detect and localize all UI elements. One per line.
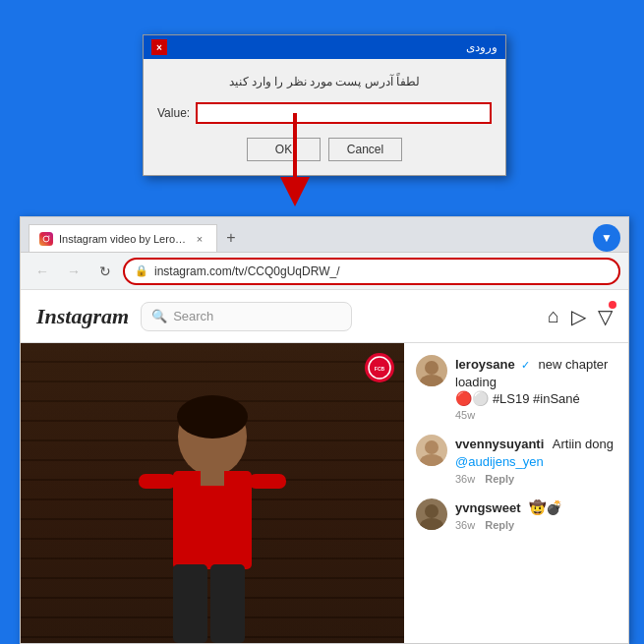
svg-point-4 bbox=[48, 235, 49, 236]
dialog-buttons: OK Cancel bbox=[157, 138, 492, 165]
instagram-main: FCB leroysa bbox=[21, 343, 628, 643]
comment-item: leroysane ✓ new chapter loading 🔴⚪ #LS19… bbox=[416, 355, 616, 421]
dialog-value-label: Value: bbox=[157, 106, 190, 120]
comment-meta: 36w Reply bbox=[455, 473, 616, 485]
svg-point-17 bbox=[425, 440, 439, 454]
home-icon[interactable]: ⌂ bbox=[548, 305, 559, 327]
dialog-message: لطفاً آدرس پست مورد نظر را وارد کنید bbox=[157, 75, 492, 88]
refresh-button[interactable]: ↻ bbox=[91, 258, 119, 285]
comment-header: vvennysuyanti Artiin dong bbox=[455, 435, 616, 452]
svg-point-15 bbox=[425, 361, 439, 375]
svg-point-18 bbox=[420, 454, 443, 466]
comments-sidebar: leroysane ✓ new chapter loading 🔴⚪ #LS19… bbox=[404, 343, 628, 643]
dialog-input-field[interactable] bbox=[196, 102, 492, 124]
svg-rect-12 bbox=[210, 564, 245, 643]
dialog-ok-button[interactable]: OK bbox=[247, 138, 321, 161]
svg-point-16 bbox=[420, 375, 443, 386]
svg-rect-8 bbox=[201, 466, 224, 486]
comment-meta: 36w Reply bbox=[455, 519, 616, 531]
svg-rect-10 bbox=[249, 474, 286, 489]
comment-text: Artiin dong bbox=[553, 437, 614, 451]
tab-favicon-icon bbox=[39, 232, 53, 246]
svg-point-19 bbox=[425, 504, 439, 518]
video-area[interactable]: FCB bbox=[21, 343, 404, 643]
svg-text:FCB: FCB bbox=[375, 366, 385, 372]
lock-icon: 🔒 bbox=[135, 264, 148, 277]
dialog-close-button[interactable]: × bbox=[151, 39, 167, 55]
new-tab-button[interactable]: + bbox=[217, 224, 245, 252]
comment-link: @audijens_yen bbox=[455, 452, 616, 470]
reply-button[interactable]: Reply bbox=[485, 473, 514, 485]
comment-time: 36w bbox=[455, 519, 475, 531]
active-tab[interactable]: Instagram video by Leroy Sané • × bbox=[29, 224, 217, 252]
svg-point-20 bbox=[420, 518, 443, 530]
tab-title: Instagram video by Leroy Sané • bbox=[59, 233, 187, 245]
search-box[interactable]: 🔍 Search bbox=[141, 302, 352, 331]
comment-header: leroysane ✓ new chapter loading bbox=[455, 355, 616, 390]
comment-time: 36w bbox=[455, 473, 475, 485]
filter-icon[interactable]: ▽ bbox=[598, 305, 613, 328]
dialog-body: لطفاً آدرس پست مورد نظر را وارد کنید Val… bbox=[144, 59, 505, 175]
browser-window: Instagram video by Leroy Sané • × + ▼ ← … bbox=[20, 216, 629, 644]
chevron-down-icon: ▼ bbox=[601, 231, 613, 245]
browser-toolbar: ← → ↻ 🔒 instagram.com/tv/CCQ0gUqDRW_/ bbox=[21, 253, 628, 290]
address-bar[interactable]: 🔒 instagram.com/tv/CCQ0gUqDRW_/ bbox=[123, 258, 620, 285]
search-icon: 🔍 bbox=[151, 309, 167, 323]
comment-meta: 45w bbox=[455, 409, 616, 421]
dialog-cancel-button[interactable]: Cancel bbox=[328, 138, 402, 161]
avatar bbox=[416, 355, 447, 386]
browser-tabs: Instagram video by Leroy Sané • × + ▼ bbox=[21, 217, 628, 253]
svg-rect-11 bbox=[173, 564, 207, 643]
club-badge: FCB bbox=[365, 353, 394, 382]
back-button[interactable]: ← bbox=[29, 258, 56, 285]
instagram-header: Instagram 🔍 Search ⌂ ▷ ▽ bbox=[21, 290, 628, 343]
reply-button[interactable]: Reply bbox=[485, 519, 514, 531]
address-text: instagram.com/tv/CCQ0gUqDRW_/ bbox=[154, 264, 340, 278]
browser-menu-button[interactable]: ▼ bbox=[593, 224, 620, 252]
avatar bbox=[416, 435, 447, 466]
svg-rect-9 bbox=[139, 474, 176, 489]
svg-rect-2 bbox=[39, 232, 53, 246]
person-figure bbox=[124, 378, 301, 643]
svg-point-6 bbox=[177, 395, 248, 439]
comment-item: yvngsweet 🤠💣 36w Reply bbox=[416, 498, 616, 531]
dialog-input-row: Value: bbox=[157, 102, 492, 124]
browser-content: Instagram 🔍 Search ⌂ ▷ ▽ bbox=[21, 290, 628, 643]
explore-icon[interactable]: ▷ bbox=[571, 305, 586, 328]
dialog-box: ورودی × لطفاً آدرس پست مورد نظر را وارد … bbox=[143, 34, 506, 176]
instagram-logo: Instagram bbox=[36, 304, 129, 329]
comment-item: vvennysuyanti Artiin dong @audijens_yen … bbox=[416, 435, 616, 485]
comment-body: yvngsweet 🤠💣 36w Reply bbox=[455, 498, 616, 531]
notification-badge bbox=[609, 301, 616, 309]
search-placeholder: Search bbox=[173, 309, 213, 323]
forward-button[interactable]: → bbox=[60, 258, 88, 285]
comment-header: yvngsweet 🤠💣 bbox=[455, 498, 616, 516]
comment-emojis: 🤠💣 bbox=[529, 499, 562, 515]
comment-body: vvennysuyanti Artiin dong @audijens_yen … bbox=[455, 435, 616, 485]
dialog-title: ورودی bbox=[466, 40, 498, 54]
avatar bbox=[416, 498, 447, 530]
comment-emojis: 🔴⚪ #LS19 #inSané bbox=[455, 390, 616, 406]
video-thumbnail: FCB bbox=[21, 343, 404, 643]
comment-body: leroysane ✓ new chapter loading 🔴⚪ #LS19… bbox=[455, 355, 616, 421]
dialog-titlebar: ورودی × bbox=[144, 35, 505, 59]
nav-icons: ⌂ ▷ ▽ bbox=[548, 305, 613, 328]
tab-close-button[interactable]: × bbox=[193, 232, 206, 246]
comment-time: 45w bbox=[455, 409, 475, 421]
